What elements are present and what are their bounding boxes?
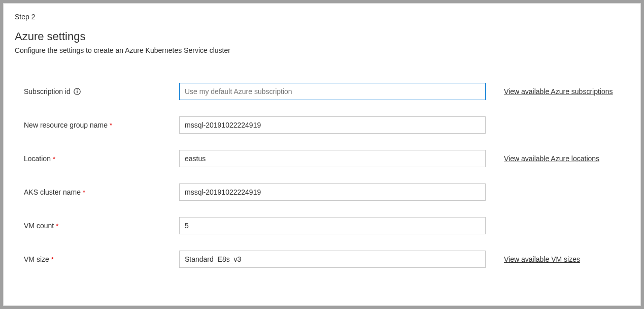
page-subtitle: Configure the settings to create an Azur… <box>15 46 629 54</box>
row-aks-cluster-name: AKS cluster name * <box>24 183 629 201</box>
label-subscription-id: Subscription id <box>24 87 179 96</box>
required-asterisk: * <box>56 222 58 230</box>
row-resource-group: New resource group name * <box>24 116 629 134</box>
svg-point-1 <box>77 89 78 90</box>
required-asterisk: * <box>51 256 54 263</box>
link-view-vm-sizes[interactable]: View available VM sizes <box>504 255 580 263</box>
azure-settings-panel: Step 2 Azure settings Configure the sett… <box>3 3 641 306</box>
row-vm-size: VM size * View available VM sizes <box>24 251 629 268</box>
row-location: Location * View available Azure location… <box>24 150 629 167</box>
vm-size-input[interactable] <box>179 251 486 268</box>
aks-cluster-name-input[interactable] <box>179 183 486 201</box>
label-location: Location * <box>24 154 179 163</box>
resource-group-input[interactable] <box>179 116 486 134</box>
label-text-resource-group: New resource group name <box>24 121 108 129</box>
link-view-subscriptions[interactable]: View available Azure subscriptions <box>504 87 613 96</box>
label-text-location: Location <box>24 154 51 163</box>
label-text-vm-count: VM count <box>24 222 54 230</box>
required-asterisk: * <box>110 121 112 129</box>
location-input[interactable] <box>179 150 486 167</box>
form-area: Subscription id View available Azure sub… <box>15 83 629 268</box>
page-title: Azure settings <box>15 30 629 43</box>
label-text-vm-size: VM size <box>24 255 49 263</box>
link-view-locations[interactable]: View available Azure locations <box>504 154 599 163</box>
label-resource-group: New resource group name * <box>24 121 179 129</box>
info-icon[interactable] <box>74 88 81 95</box>
required-asterisk: * <box>53 155 55 163</box>
required-asterisk: * <box>83 189 85 196</box>
label-vm-count: VM count * <box>24 222 179 230</box>
step-label: Step 2 <box>15 13 629 21</box>
row-vm-count: VM count * <box>24 217 629 234</box>
row-subscription-id: Subscription id View available Azure sub… <box>24 83 629 100</box>
label-aks-cluster-name: AKS cluster name * <box>24 188 179 196</box>
label-vm-size: VM size * <box>24 255 179 263</box>
label-text-aks-cluster-name: AKS cluster name <box>24 188 81 196</box>
label-text-subscription-id: Subscription id <box>24 87 71 96</box>
vm-count-input[interactable] <box>179 217 486 234</box>
subscription-id-input[interactable] <box>179 83 486 100</box>
svg-rect-2 <box>77 91 77 94</box>
